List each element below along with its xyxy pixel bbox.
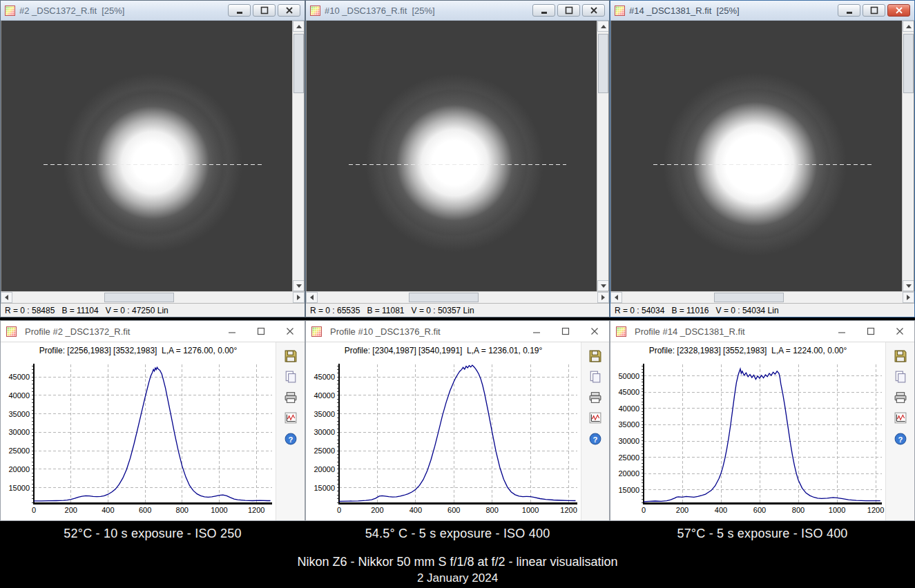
image-canvas[interactable] xyxy=(306,21,609,291)
close-button[interactable] xyxy=(887,4,910,17)
svg-text:30000: 30000 xyxy=(618,437,639,445)
svg-text:400: 400 xyxy=(715,506,727,514)
vertical-scroll-thumb[interactable] xyxy=(293,34,304,93)
svg-text:800: 800 xyxy=(176,506,189,514)
svg-text:20000: 20000 xyxy=(8,465,30,473)
scroll-up-button[interactable] xyxy=(293,21,305,32)
scroll-left-button[interactable] xyxy=(610,292,622,303)
help-button[interactable]: ? xyxy=(894,432,907,446)
chart-settings-button[interactable] xyxy=(894,411,907,425)
defocused-star-image xyxy=(611,21,914,291)
title-bar[interactable]: #2 _DSC1372_R.fit [25%] xyxy=(1,1,305,21)
maximize-button[interactable] xyxy=(863,4,885,17)
maximize-button[interactable] xyxy=(557,4,580,17)
vertical-scroll-thumb[interactable] xyxy=(598,34,608,93)
minimize-button[interactable] xyxy=(532,4,555,17)
svg-text:45000: 45000 xyxy=(8,373,30,381)
title-bar[interactable]: Profile #10 _DSC1376_R.fit xyxy=(306,321,609,342)
maximize-button[interactable] xyxy=(856,321,885,342)
profile-header: Profile: [2328,1983] [3552,1983] L,A = 1… xyxy=(610,346,885,360)
image-canvas[interactable] xyxy=(610,21,914,291)
horizontal-scroll-thumb[interactable] xyxy=(714,293,784,302)
title-bar[interactable]: Profile #14 _DSC1381_R.fit xyxy=(610,321,914,342)
horizontal-scroll-thumb[interactable] xyxy=(104,293,174,302)
profile-chart: 1500020000250003000035000400004500050000… xyxy=(610,360,885,517)
svg-text:200: 200 xyxy=(371,506,383,514)
app-icon xyxy=(6,326,17,337)
profile-windows-row: Profile #2 _DSC1372_R.fit Profile: [2256… xyxy=(0,320,915,521)
svg-text:800: 800 xyxy=(792,506,805,514)
vertical-scrollbar[interactable] xyxy=(597,21,608,291)
scroll-right-button[interactable] xyxy=(293,292,305,303)
arrow-down-icon xyxy=(906,284,912,288)
copy-button[interactable] xyxy=(284,370,298,384)
app-icon xyxy=(616,326,626,337)
window-title: Profile #2 _DSC1372_R.fit xyxy=(25,326,218,337)
close-button[interactable] xyxy=(278,4,300,17)
scroll-left-button[interactable] xyxy=(1,292,12,303)
image-window-dsc1376: #10 _DSC1376_R.fit [25%] R = 0 : 65535 B… xyxy=(305,0,610,317)
status-bar: R = 0 : 54034 B = 11016 V = 0 : 54034 Li… xyxy=(610,303,914,317)
vertical-scroll-thumb[interactable] xyxy=(903,34,914,93)
arrow-up-icon xyxy=(601,25,606,28)
chart-settings-button[interactable] xyxy=(588,411,602,425)
save-button[interactable] xyxy=(588,349,602,363)
horizontal-scrollbar[interactable] xyxy=(306,291,609,303)
status-bar: R = 0 : 65535 B = 11081 V = 0 : 50357 Li… xyxy=(306,303,609,317)
print-button[interactable] xyxy=(588,391,602,404)
svg-text:20000: 20000 xyxy=(314,465,335,473)
svg-text:1200: 1200 xyxy=(867,506,884,514)
save-button[interactable] xyxy=(894,349,907,363)
svg-text:1000: 1000 xyxy=(211,506,227,514)
scroll-up-button[interactable] xyxy=(597,21,609,32)
scroll-left-button[interactable] xyxy=(306,292,318,303)
title-bar[interactable]: Profile #2 _DSC1372_R.fit xyxy=(1,321,305,342)
scroll-right-button[interactable] xyxy=(903,292,914,303)
svg-text:15000: 15000 xyxy=(8,484,30,492)
scroll-right-button[interactable] xyxy=(597,292,609,303)
save-button[interactable] xyxy=(284,349,298,363)
svg-text:25000: 25000 xyxy=(314,447,335,455)
app-icon xyxy=(615,6,625,16)
horizontal-scrollbar[interactable] xyxy=(1,291,305,303)
minimize-button[interactable] xyxy=(522,321,551,342)
arrow-left-icon xyxy=(615,295,618,300)
copy-button[interactable] xyxy=(588,370,602,384)
minimize-button[interactable] xyxy=(827,321,856,342)
profile-window-dsc1376: Profile #10 _DSC1376_R.fit Profile: [230… xyxy=(305,320,610,521)
close-button[interactable] xyxy=(580,321,609,342)
svg-text:1200: 1200 xyxy=(560,506,577,514)
help-button[interactable]: ? xyxy=(284,432,298,446)
profile-toolbar: ? xyxy=(885,342,914,520)
print-button[interactable] xyxy=(894,391,907,404)
title-bar[interactable]: #14 _DSC1381_R.fit [25%] xyxy=(610,1,914,21)
horizontal-scroll-thumb[interactable] xyxy=(409,293,479,302)
print-button[interactable] xyxy=(284,391,298,404)
svg-text:35000: 35000 xyxy=(618,420,639,429)
maximize-button[interactable] xyxy=(247,321,276,342)
scroll-up-button[interactable] xyxy=(903,21,914,32)
scroll-down-button[interactable] xyxy=(293,280,305,291)
chart-settings-button[interactable] xyxy=(284,411,298,425)
minimize-button[interactable] xyxy=(228,4,251,17)
close-button[interactable] xyxy=(582,4,605,17)
close-button[interactable] xyxy=(885,321,914,342)
image-window-dsc1372: #2 _DSC1372_R.fit [25%] R = 0 : 58485 B … xyxy=(0,0,305,317)
vertical-scrollbar[interactable] xyxy=(292,21,304,291)
captions-row: 52°C - 10 s exposure - ISO 250 54.5° C -… xyxy=(0,523,915,544)
horizontal-scrollbar[interactable] xyxy=(610,291,914,303)
maximize-button[interactable] xyxy=(551,321,580,342)
copy-button[interactable] xyxy=(894,370,907,384)
maximize-button[interactable] xyxy=(253,4,276,17)
scroll-down-button[interactable] xyxy=(903,280,914,291)
minimize-button[interactable] xyxy=(218,321,247,342)
vertical-scrollbar[interactable] xyxy=(902,21,914,291)
scroll-down-button[interactable] xyxy=(597,280,609,291)
minimize-button[interactable] xyxy=(838,4,860,17)
close-button[interactable] xyxy=(276,321,305,342)
help-button[interactable]: ? xyxy=(588,432,602,446)
image-canvas[interactable] xyxy=(1,21,305,291)
app-icon xyxy=(311,326,322,337)
title-bar[interactable]: #10 _DSC1376_R.fit [25%] xyxy=(306,1,609,21)
svg-text:200: 200 xyxy=(676,506,688,514)
